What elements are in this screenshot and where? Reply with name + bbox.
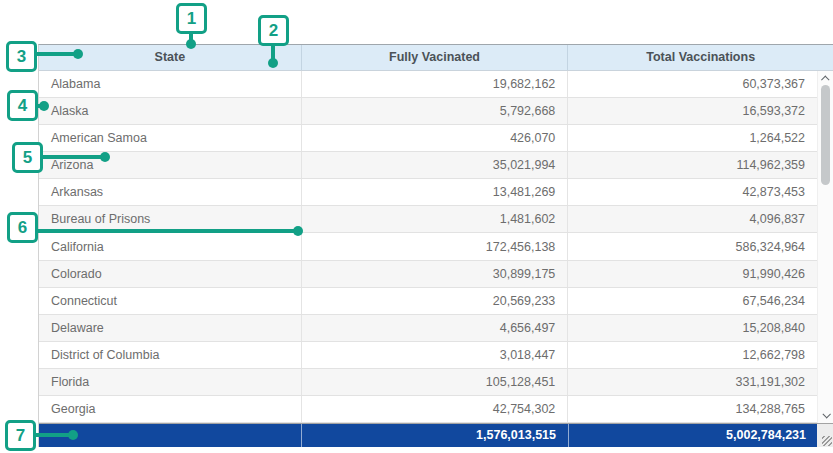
- summary-state-cell: [39, 424, 301, 447]
- scrollbar-corner: [817, 424, 833, 447]
- cell-total: 586,324,964: [567, 233, 817, 259]
- cell-state: Delaware: [39, 315, 301, 341]
- cell-fully: 5,792,668: [301, 98, 568, 124]
- callout-6-badge: 6: [7, 212, 38, 243]
- cell-fully: 105,128,451: [301, 369, 568, 395]
- cell-fully: 172,456,138: [301, 233, 568, 259]
- cell-total: 60,373,367: [567, 71, 817, 97]
- cell-total: 331,191,302: [567, 369, 817, 395]
- table-widget: State Fully Vacinated Total Vaccinations…: [38, 44, 833, 447]
- callout-3-connector-line: [36, 52, 78, 56]
- column-header-fully-vaccinated[interactable]: Fully Vacinated: [301, 45, 568, 70]
- cell-state: Colorado: [39, 261, 301, 287]
- table-row[interactable]: Georgia42,754,302134,288,765: [39, 396, 817, 423]
- table-row[interactable]: Alabama19,682,16260,373,367: [39, 71, 817, 98]
- cell-fully: 20,569,233: [301, 288, 568, 314]
- cell-state: District of Columbia: [39, 342, 301, 368]
- summary-fully-vaccinated: 1,576,013,515: [301, 424, 568, 447]
- scroll-up-button[interactable]: [818, 73, 833, 85]
- cell-state: Arkansas: [39, 179, 301, 205]
- cell-fully: 13,481,269: [301, 179, 568, 205]
- cell-state: Florida: [39, 369, 301, 395]
- callout-4-anchor-dot: [39, 101, 49, 111]
- scrollbar-thumb[interactable]: [821, 85, 830, 185]
- cell-total: 114,962,359: [567, 152, 817, 178]
- table-row[interactable]: American Samoa426,0701,264,522: [39, 125, 817, 152]
- callout-6-connector-line: [36, 229, 298, 233]
- callout-5-anchor-dot: [100, 152, 110, 162]
- cell-state: American Samoa: [39, 125, 301, 151]
- callout-2-anchor-dot: [268, 58, 278, 68]
- callout-1-anchor-dot: [186, 39, 196, 49]
- table-rows: Alabama19,682,16260,373,367Alaska5,792,6…: [39, 71, 817, 423]
- table-header-row: State Fully Vacinated Total Vaccinations: [39, 45, 833, 71]
- cell-state: Alaska: [39, 98, 301, 124]
- table-row[interactable]: District of Columbia3,018,44712,662,798: [39, 342, 817, 369]
- cell-fully: 35,021,994: [301, 152, 568, 178]
- column-header-total-vaccinations[interactable]: Total Vaccinations: [567, 45, 833, 70]
- cell-total: 42,873,453: [567, 179, 817, 205]
- cell-fully: 4,656,497: [301, 315, 568, 341]
- cell-fully: 19,682,162: [301, 71, 568, 97]
- summary-total-vaccinations: 5,002,784,231: [568, 424, 818, 447]
- table-row[interactable]: Arizona35,021,994114,962,359: [39, 152, 817, 179]
- callout-7-badge: 7: [5, 420, 36, 451]
- table-row[interactable]: Arkansas13,481,26942,873,453: [39, 179, 817, 206]
- table-row[interactable]: Florida105,128,451331,191,302: [39, 369, 817, 396]
- callout-5-badge: 5: [12, 142, 43, 173]
- chevron-down-icon: [822, 410, 830, 418]
- resize-grip-icon[interactable]: [822, 436, 832, 446]
- chevron-up-icon: [821, 75, 829, 83]
- table-body: Alabama19,682,16260,373,367Alaska5,792,6…: [39, 71, 833, 423]
- callout-2-badge: 2: [258, 15, 289, 46]
- callout-1-badge: 1: [176, 3, 207, 34]
- cell-total: 134,288,765: [567, 396, 817, 422]
- cell-fully: 1,481,602: [301, 206, 568, 232]
- scroll-down-button[interactable]: [818, 409, 833, 421]
- table-row[interactable]: Delaware4,656,49715,208,840: [39, 315, 817, 342]
- cell-total: 1,264,522: [567, 125, 817, 151]
- cell-state: Connecticut: [39, 288, 301, 314]
- cell-total: 4,096,837: [567, 206, 817, 232]
- callout-4-badge: 4: [7, 90, 38, 121]
- cell-total: 67,546,234: [567, 288, 817, 314]
- callout-3-badge: 3: [6, 41, 37, 72]
- table-summary-row: 1,576,013,515 5,002,784,231: [39, 423, 833, 447]
- callout-7-anchor-dot: [68, 430, 78, 440]
- table-row[interactable]: Alaska5,792,66816,593,372: [39, 98, 817, 125]
- callout-6-anchor-dot: [293, 226, 303, 236]
- cell-total: 91,990,426: [567, 261, 817, 287]
- cell-fully: 3,018,447: [301, 342, 568, 368]
- cell-total: 12,662,798: [567, 342, 817, 368]
- cell-state: California: [39, 233, 301, 259]
- vertical-scrollbar[interactable]: [817, 71, 833, 423]
- table-row[interactable]: Colorado30,899,17591,990,426: [39, 261, 817, 288]
- table-row[interactable]: California172,456,138586,324,964: [39, 233, 817, 260]
- cell-total: 16,593,372: [567, 98, 817, 124]
- cell-fully: 30,899,175: [301, 261, 568, 287]
- callout-5-connector-line: [42, 155, 105, 159]
- cell-state: Georgia: [39, 396, 301, 422]
- cell-fully: 426,070: [301, 125, 568, 151]
- table-row[interactable]: Connecticut20,569,23367,546,234: [39, 288, 817, 315]
- callout-3-anchor-dot: [73, 49, 83, 59]
- cell-total: 15,208,840: [567, 315, 817, 341]
- vaccination-table-screenshot: State Fully Vacinated Total Vaccinations…: [0, 0, 833, 453]
- cell-state: Alabama: [39, 71, 301, 97]
- cell-fully: 42,754,302: [301, 396, 568, 422]
